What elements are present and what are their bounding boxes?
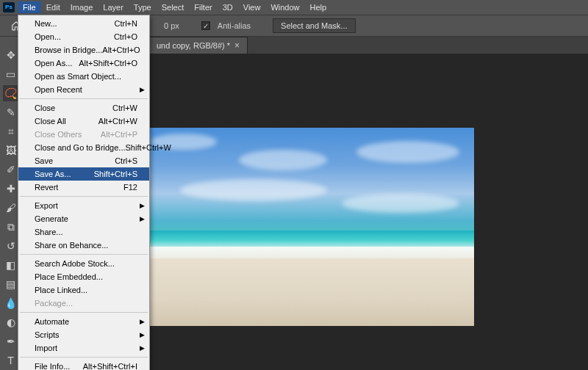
ps-logo: Ps [3, 2, 15, 12]
pen-tool[interactable]: ✒ [3, 333, 19, 349]
menu-item-open-as-smart-object[interactable]: Open as Smart Object... [18, 70, 149, 83]
healing-tool[interactable]: ✚ [3, 181, 19, 197]
menu-item-shortcut: Alt+Ctrl+W [98, 117, 137, 126]
history-brush-tool[interactable]: ↺ [3, 238, 19, 254]
menu-item-shortcut: Alt+Ctrl+P [101, 130, 137, 139]
menu-type[interactable]: Type [129, 1, 157, 13]
menu-item-shortcut: Shift+Ctrl+S [94, 170, 137, 178]
menu-item-label: File Info... [35, 362, 70, 370]
menu-item-label: Open As... [35, 59, 72, 68]
menu-item-export[interactable]: Export▶ [18, 199, 149, 212]
menu-item-share-on-behance[interactable]: Share on Behance... [18, 239, 149, 252]
document-image[interactable] [136, 128, 474, 326]
menu-item-label: Share on Behance... [35, 241, 108, 250]
menu-separator [20, 254, 148, 255]
menu-item-close[interactable]: CloseCtrl+W [18, 101, 149, 115]
blur-tool[interactable]: 💧 [3, 295, 19, 311]
menu-item-import[interactable]: Import▶ [18, 341, 149, 355]
menu-item-label: New... [35, 19, 57, 28]
menu-item-revert[interactable]: RevertF12 [18, 181, 149, 194]
menu-item-label: Revert [35, 183, 58, 192]
menu-item-label: Share... [35, 228, 63, 236]
menu-item-label: Close and Go to Bridge... [35, 143, 126, 152]
menu-item-place-embedded[interactable]: Place Embedded... [18, 270, 149, 283]
menu-item-label: Open Recent [35, 85, 82, 94]
chevron-right-icon: ▶ [140, 202, 145, 209]
menu-item-label: Save [35, 156, 53, 165]
menu-item-shortcut: Alt+Shift+Ctrl+I [83, 362, 137, 370]
menu-separator [20, 196, 148, 197]
menu-item-shortcut: Shift+Ctrl+W [126, 143, 171, 152]
menu-edit[interactable]: Edit [41, 1, 65, 13]
chevron-right-icon: ▶ [140, 215, 145, 222]
menu-item-label: Search Adobe Stock... [35, 259, 115, 268]
menu-bar: Ps FileEditImageLayerTypeSelectFilter3DV… [0, 0, 588, 15]
menu-item-generate[interactable]: Generate▶ [18, 212, 149, 225]
close-icon[interactable]: × [234, 40, 240, 51]
menu-item-open[interactable]: Open...Ctrl+O [18, 30, 149, 43]
menu-item-file-info[interactable]: File Info...Alt+Shift+Ctrl+I [18, 360, 149, 370]
menu-item-label: Generate [35, 214, 68, 223]
menu-view[interactable]: View [238, 1, 266, 13]
menu-item-shortcut: Ctrl+W [112, 104, 137, 112]
menu-item-label: Place Linked... [35, 286, 87, 294]
move-tool[interactable]: ✥ [3, 47, 19, 63]
brush-tool[interactable]: 🖌 [3, 200, 19, 216]
type-tool[interactable]: T [3, 352, 19, 369]
menu-item-save-as[interactable]: Save As...Shift+Ctrl+S [18, 167, 149, 181]
menu-item-place-linked[interactable]: Place Linked... [18, 283, 149, 297]
menu-item-open-recent[interactable]: Open Recent▶ [18, 83, 149, 96]
menu-item-shortcut: Alt+Ctrl+O [102, 46, 140, 54]
menu-filter[interactable]: Filter [189, 1, 217, 13]
menu-select[interactable]: Select [157, 1, 190, 13]
menu-item-browse-in-bridge[interactable]: Browse in Bridge...Alt+Ctrl+O [18, 43, 149, 57]
chevron-right-icon: ▶ [140, 318, 145, 325]
dodge-tool[interactable]: ◐ [3, 314, 19, 330]
menu-layer[interactable]: Layer [98, 1, 129, 13]
menu-item-shortcut: Alt+Shift+Ctrl+O [79, 59, 137, 68]
menu-separator [20, 98, 148, 99]
menu-item-scripts[interactable]: Scripts▶ [18, 328, 149, 341]
menu-item-label: Close Others [35, 130, 82, 139]
select-and-mask-button[interactable]: Select and Mask... [273, 18, 356, 33]
eraser-tool[interactable]: ◧ [3, 257, 19, 273]
chevron-right-icon: ▶ [140, 331, 145, 338]
menu-item-label: Save As... [35, 170, 71, 178]
menu-file[interactable]: File [18, 1, 41, 13]
antialias-checkbox[interactable]: ✓ [201, 21, 210, 30]
px-label: 0 px [164, 21, 179, 30]
chevron-right-icon: ▶ [140, 86, 145, 93]
menu-item-close-and-go-to-bridge[interactable]: Close and Go to Bridge...Shift+Ctrl+W [18, 141, 149, 154]
lasso-tool[interactable]: 📿 [3, 85, 19, 101]
gradient-tool[interactable]: ▤ [3, 276, 19, 292]
frame-tool[interactable]: 🖼 [3, 142, 19, 159]
quick-select-tool[interactable]: ✎ [3, 104, 19, 120]
menu-item-label: Import [35, 344, 57, 352]
menu-item-new[interactable]: New...Ctrl+N [18, 17, 149, 30]
menu-item-open-as[interactable]: Open As...Alt+Shift+Ctrl+O [18, 57, 149, 70]
marquee-tool[interactable]: ▭ [3, 66, 19, 82]
menu-help[interactable]: Help [305, 1, 332, 13]
menu-image[interactable]: Image [65, 1, 98, 13]
menu-item-label: Place Embedded... [35, 272, 103, 281]
menu-item-package: Package... [18, 297, 149, 310]
menu-window[interactable]: Window [265, 1, 304, 13]
menu-item-share[interactable]: Share... [18, 225, 149, 239]
menu-item-save[interactable]: SaveCtrl+S [18, 154, 149, 167]
eyedropper-tool[interactable]: ✐ [3, 162, 19, 178]
menu-item-shortcut: Ctrl+N [115, 19, 137, 28]
menu-item-label: Package... [35, 299, 73, 308]
antialias-label: Anti-alias [218, 21, 251, 30]
crop-tool[interactable]: ⌗ [3, 123, 19, 139]
menu-separator [20, 357, 148, 358]
menu-item-shortcut: Ctrl+S [115, 156, 137, 165]
menu-item-automate[interactable]: Automate▶ [18, 315, 149, 328]
menu-item-close-all[interactable]: Close AllAlt+Ctrl+W [18, 115, 149, 128]
menu-separator [20, 312, 148, 313]
document-tab[interactable]: und copy, RGB/8#) * × [147, 37, 248, 54]
stamp-tool[interactable]: ⧉ [3, 219, 19, 235]
menu-item-search-adobe-stock[interactable]: Search Adobe Stock... [18, 257, 149, 270]
menu-item-label: Close All [35, 117, 66, 126]
menu-item-shortcut: Ctrl+O [114, 32, 137, 41]
menu-3d[interactable]: 3D [218, 1, 238, 13]
